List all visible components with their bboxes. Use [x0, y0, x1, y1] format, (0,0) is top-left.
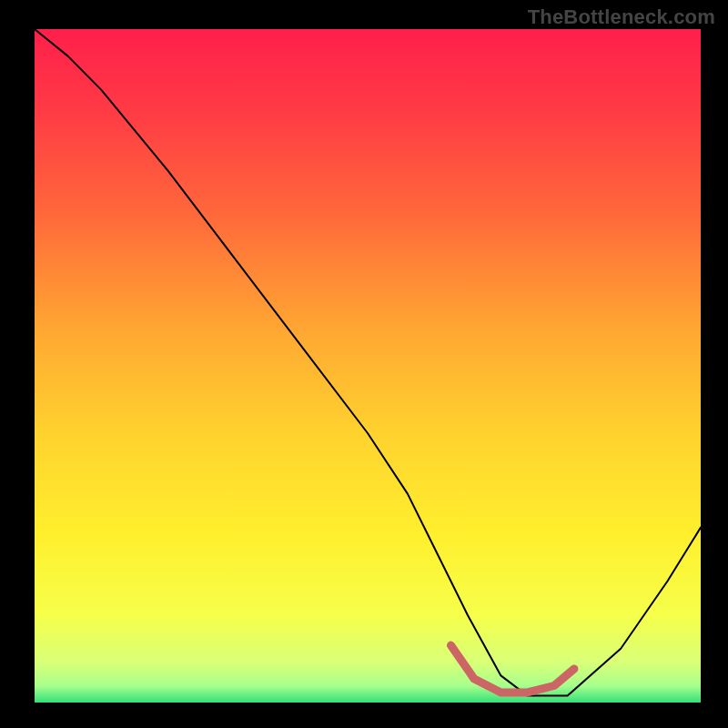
chart-frame: TheBottleneck.com: [0, 0, 728, 728]
bottleneck-chart: [0, 0, 728, 728]
watermark-text: TheBottleneck.com: [528, 5, 715, 29]
